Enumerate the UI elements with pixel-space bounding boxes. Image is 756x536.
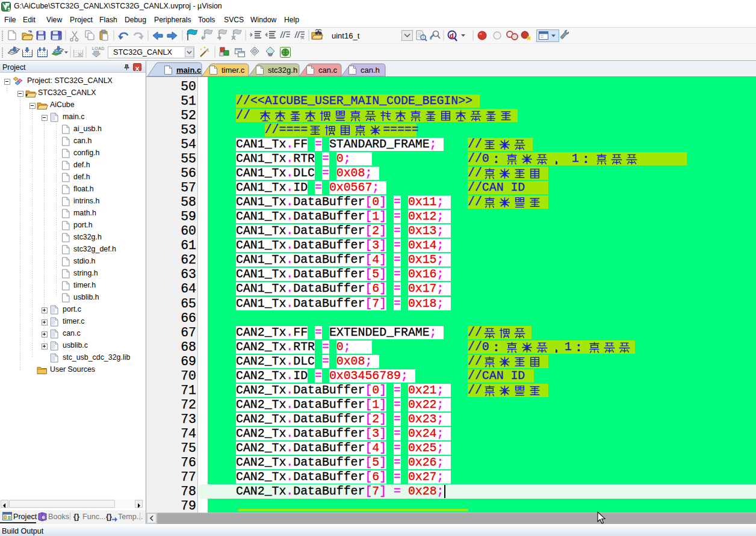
svg-text:uint16_t: uint16_t (332, 31, 360, 40)
svg-text:?: ? (43, 516, 45, 520)
svg-text:d: d (450, 32, 454, 39)
svg-text:LOAD: LOAD (92, 46, 105, 51)
svg-text:STC32G_CANLX: STC32G_CANLX (113, 48, 173, 57)
svg-text:5: 5 (8, 7, 10, 11)
svg-text:*: * (25, 93, 28, 100)
